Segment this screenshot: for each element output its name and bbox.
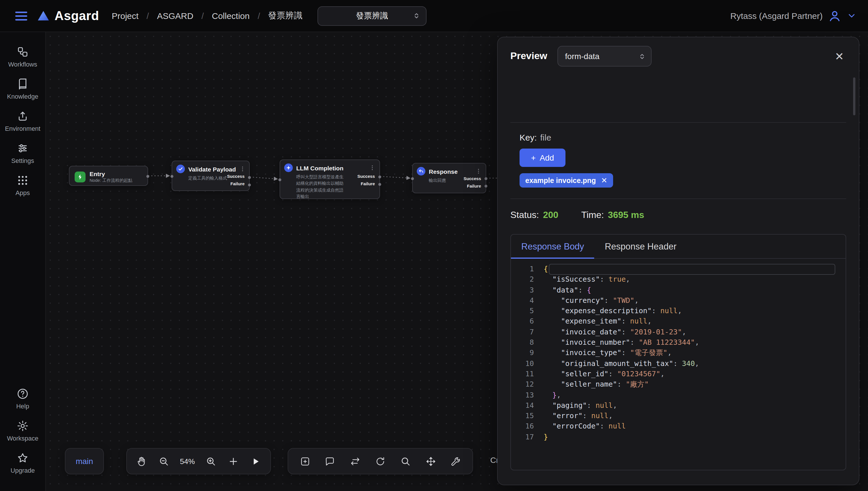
tab-response-header[interactable]: Response Header (594, 235, 687, 258)
sidebar-item-apps[interactable]: Apps (16, 174, 30, 196)
run-icon[interactable] (247, 453, 265, 470)
response-box: Response Body Response Header 1{2 "isSuc… (510, 234, 846, 470)
account-area: Rytass (Asgard Partner) (730, 9, 857, 23)
preview-panel: Preview form-data ✕ Key: file + Add exam… (497, 37, 859, 485)
sidebar-item-workflows[interactable]: Workflows (8, 46, 37, 68)
auto-arrange-icon[interactable] (372, 453, 389, 470)
workflow-select[interactable]: 發票辨識 (318, 6, 427, 26)
code-line: 1{ (511, 264, 846, 275)
search-icon[interactable] (397, 453, 414, 470)
user-icon[interactable] (828, 9, 842, 23)
code-line: 11 "seller_id": "01234567", (511, 369, 846, 379)
line-number: 14 (511, 400, 534, 411)
entry-node-icon (75, 172, 85, 182)
status-label: Status: (510, 210, 539, 220)
preview-title: Preview (510, 51, 547, 62)
sidebar-item-upgrade[interactable]: Upgrade (10, 452, 35, 474)
node-description: 定義工具的輸入格式 (172, 174, 232, 185)
menu-icon[interactable] (11, 6, 31, 26)
output-success[interactable]: Success (357, 174, 375, 179)
sidebar-label: Help (16, 403, 29, 409)
code-line: 4 "currency": "TWD", (511, 295, 846, 306)
tab-response-body[interactable]: Response Body (511, 235, 594, 258)
code-line: 13 }, (511, 390, 846, 400)
input-port[interactable] (411, 177, 414, 180)
body-mode-value: form-data (565, 52, 600, 61)
output-failure[interactable]: Failure (467, 183, 481, 189)
output-success[interactable]: Success (464, 176, 481, 181)
tab-label: Response Body (521, 241, 584, 252)
code-lines[interactable]: 1{2 "isSuccess": true,3 "data": {4 "curr… (511, 259, 846, 442)
success-port[interactable] (248, 176, 251, 179)
node-response[interactable]: Response 輸出回應 Success Failure (412, 163, 486, 193)
input-port[interactable] (170, 175, 173, 178)
sidebar-label: Upgrade (10, 467, 35, 474)
node-llm-completion[interactable]: LLM Completion 呼叫大型語言模型並產生結構化的資料輸出以輔助流程的… (279, 160, 380, 199)
failure-port[interactable] (485, 185, 487, 187)
output-port[interactable] (146, 175, 149, 178)
branch-selector[interactable]: main (65, 448, 104, 474)
breadcrumb-asgard[interactable]: ASGARD (157, 11, 193, 21)
line-number: 11 (511, 369, 534, 379)
close-icon[interactable]: ✕ (833, 49, 846, 64)
line-number: 1 (511, 264, 534, 275)
sidebar-item-settings[interactable]: Settings (11, 142, 34, 164)
node-menu-icon[interactable] (475, 168, 482, 174)
node-menu-icon[interactable] (239, 166, 246, 172)
llm-node-icon (284, 164, 293, 172)
failure-port[interactable] (248, 183, 251, 186)
file-chip[interactable]: example invoice.png ✕ (519, 173, 613, 187)
breadcrumb-current[interactable]: 發票辨識 (268, 10, 302, 21)
output-failure[interactable]: Failure (230, 181, 245, 186)
tools-icon[interactable] (447, 453, 464, 470)
swap-horizontal-icon[interactable] (347, 453, 364, 470)
knowledge-icon (17, 78, 29, 90)
node-validate-payload[interactable]: Validate Payload 定義工具的輸入格式 Success Failu… (172, 161, 250, 191)
form-scroll-area[interactable] (498, 74, 859, 122)
code-line: 10 "original_amount_with_tax": 340, (511, 358, 846, 369)
logo-text: Asgard (55, 8, 99, 23)
sidebar-label: Workspace (7, 435, 38, 442)
scrollbar-thumb[interactable] (853, 78, 856, 115)
node-menu-icon[interactable] (369, 165, 375, 171)
add-note-icon[interactable] (296, 453, 314, 470)
line-number: 10 (511, 358, 534, 369)
select-carets-icon (412, 11, 421, 20)
breadcrumb: Project / ASGARD / Collection / 發票辨識 (112, 10, 302, 21)
failure-port[interactable] (378, 183, 381, 186)
add-file-button[interactable]: + Add (519, 149, 566, 167)
chevron-down-icon[interactable] (847, 11, 857, 21)
app-logo[interactable]: Asgard (37, 8, 99, 23)
move-icon[interactable] (422, 453, 439, 470)
success-port[interactable] (378, 175, 381, 178)
breadcrumb-project[interactable]: Project (112, 11, 138, 21)
logo-triangle-icon (37, 9, 50, 22)
success-port[interactable] (485, 177, 487, 180)
add-node-icon[interactable] (225, 453, 242, 470)
workflow-select-value: 發票辨識 (356, 10, 388, 21)
line-number: 12 (511, 379, 534, 390)
sidebar-item-environment[interactable]: Environment (5, 110, 40, 132)
output-success[interactable]: Success (227, 174, 245, 179)
branch-label: main (76, 457, 93, 466)
time-group: Time: 3695 ms (581, 210, 644, 220)
sidebar-label: Environment (5, 125, 40, 132)
comment-icon[interactable] (322, 453, 339, 470)
output-failure[interactable]: Failure (361, 181, 375, 186)
breadcrumb-collection[interactable]: Collection (212, 11, 250, 21)
node-entry[interactable]: Entry Node: 工作流程的起點 (69, 166, 148, 186)
zoom-out-icon[interactable] (155, 453, 172, 470)
remove-file-icon[interactable]: ✕ (601, 176, 607, 185)
code-line: 15 "error": null, (511, 411, 846, 421)
line-number: 17 (511, 432, 534, 442)
sidebar-label: Settings (11, 157, 34, 164)
zoom-in-icon[interactable] (202, 453, 220, 470)
sidebar-item-help[interactable]: Help (16, 388, 29, 409)
sidebar-item-knowledge[interactable]: Knowledge (7, 78, 38, 100)
sidebar-item-workspace[interactable]: Workspace (7, 420, 38, 442)
pan-hand-icon[interactable] (133, 453, 150, 470)
body-mode-select[interactable]: form-data (558, 46, 652, 66)
input-port[interactable] (278, 178, 281, 181)
sidebar: Workflows Knowledge Environment Settings… (0, 32, 46, 491)
key-label: Key: (519, 133, 537, 142)
